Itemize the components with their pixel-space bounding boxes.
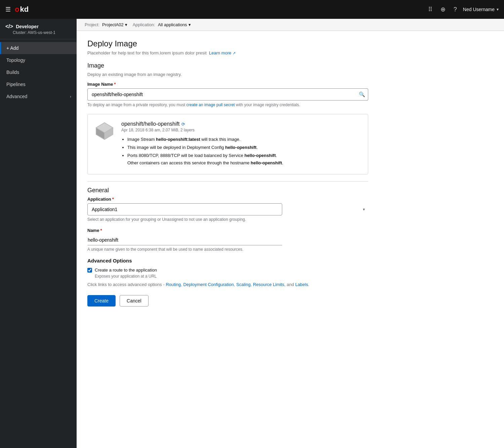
sidebar-item-add[interactable]: + Add <box>0 42 77 54</box>
image-name-group: Image Name * 🔍 To deploy an image from a… <box>87 82 368 107</box>
required-star: * <box>114 82 116 87</box>
project-selector[interactable]: ProjectA02 ▾ <box>102 22 127 27</box>
sub-header: Project: ProjectA02 ▾ Application: All a… <box>77 19 504 31</box>
labels-link[interactable]: Labels <box>295 282 308 287</box>
image-cube-icon <box>94 121 115 141</box>
list-item: Image Stream hello-openshift:latest will… <box>127 136 283 143</box>
routing-link[interactable]: Routing <box>166 282 181 287</box>
learn-more-link[interactable]: Learn more ↗ <box>209 50 236 55</box>
sidebar-item-builds[interactable]: Builds <box>0 66 77 78</box>
create-button[interactable]: Create <box>87 295 116 307</box>
select-chevron-icon: ▾ <box>363 207 365 212</box>
scaling-link[interactable]: Scaling <box>236 282 251 287</box>
sidebar-context: </> Developer Cluster: AWS-us-west-1 <box>0 19 77 39</box>
image-search-button[interactable]: 🔍 <box>356 88 368 100</box>
deployment-config-link[interactable]: Deployment Configuration <box>183 282 234 287</box>
application-select-wrapper: Application1 Unassigned ▾ <box>87 203 368 215</box>
image-info-title: openshift/hello-openshift ⟳ <box>121 121 283 127</box>
advanced-options-title: Advanced Options <box>87 258 368 263</box>
create-pull-secret-link[interactable]: create an image pull secret <box>186 103 236 107</box>
advanced-links: Click links to access advanced options -… <box>87 282 368 287</box>
name-input-help: A unique name given to the component tha… <box>87 247 368 252</box>
user-name: Ned Username <box>463 7 495 12</box>
logo: o kd <box>15 5 29 14</box>
logo-o: o <box>15 5 19 14</box>
page-subtitle: Placeholder for help text for this form.… <box>87 50 368 55</box>
add-icon[interactable]: ⊕ <box>438 4 448 15</box>
sidebar: </> Developer Cluster: AWS-us-west-1 + A… <box>0 19 77 448</box>
grid-icon[interactable]: ⠿ <box>426 4 434 15</box>
project-label: Project: <box>85 22 99 27</box>
image-sync-icon: ⟳ <box>181 122 185 127</box>
create-route-checkbox-row: Create a route to the application <box>87 268 368 273</box>
app-select-help: Select an application for your grouping … <box>87 217 368 222</box>
image-info: openshift/hello-openshift ⟳ Apr 18, 2018… <box>121 121 283 167</box>
image-section-desc: Deploy an existing image from an image r… <box>87 72 368 77</box>
main-layout: </> Developer Cluster: AWS-us-west-1 + A… <box>0 19 504 448</box>
action-row: Create Cancel <box>87 295 368 307</box>
app-selector[interactable]: All applications ▾ <box>158 22 191 27</box>
create-route-checkbox[interactable] <box>87 268 92 273</box>
user-chevron-icon: ▾ <box>497 7 499 12</box>
external-link-icon: ↗ <box>233 51 236 55</box>
general-section-title: General <box>87 187 368 194</box>
search-icon: 🔍 <box>359 91 365 97</box>
create-route-help: Exposes your application at a URL <box>95 274 368 279</box>
logo-kd: kd <box>20 5 29 14</box>
app-chevron-icon: ▾ <box>188 22 191 27</box>
divider <box>87 181 368 181</box>
list-item: This image will be deployed in Deploymen… <box>127 144 283 151</box>
image-info-meta: Apr 18, 2018 6:38 am, 2.07 MiB, 2 layers <box>121 128 283 132</box>
sidebar-context-title: </> Developer <box>5 24 71 30</box>
content-area: Project: ProjectA02 ▾ Application: All a… <box>77 19 504 448</box>
application-group: Application * Application1 Unassigned ▾ … <box>87 197 368 222</box>
general-section: General Application * Application1 Unass… <box>87 187 368 307</box>
image-name-label: Image Name * <box>87 82 368 87</box>
advanced-options: Advanced Options Create a route to the a… <box>87 258 368 287</box>
image-info-list: Image Stream hello-openshift:latest will… <box>121 136 283 167</box>
name-group: Name * A unique name given to the compon… <box>87 228 368 252</box>
image-name-input[interactable] <box>87 88 356 100</box>
name-input[interactable] <box>87 235 282 245</box>
image-name-row: 🔍 <box>87 88 368 100</box>
sidebar-cluster: Cluster: AWS-us-west-1 <box>5 30 71 35</box>
image-section-title: Image <box>87 62 368 69</box>
image-preview: openshift/hello-openshift ⟳ Apr 18, 2018… <box>87 114 368 174</box>
app-label: Application: <box>133 22 155 27</box>
hamburger-icon[interactable]: ☰ <box>5 6 11 13</box>
page-title: Deploy Image <box>87 39 368 48</box>
advanced-chevron-icon: › <box>70 94 71 98</box>
sidebar-nav: + Add Topology Builds Pipelines Advanced… <box>0 39 77 105</box>
help-icon[interactable]: ? <box>452 4 459 15</box>
app-required-star: * <box>112 197 114 202</box>
application-label: Application * <box>87 197 368 202</box>
developer-icon: </> <box>5 24 13 30</box>
sidebar-item-advanced[interactable]: Advanced › <box>0 90 77 103</box>
cancel-button[interactable]: Cancel <box>120 295 149 307</box>
topnav: ☰ o kd ⠿ ⊕ ? Ned Username ▾ <box>0 0 504 19</box>
main-content: Deploy Image Placeholder for help text f… <box>77 31 379 315</box>
private-repo-note: To deploy an image from a private reposi… <box>87 103 368 107</box>
project-chevron-icon: ▾ <box>125 22 127 27</box>
sidebar-item-topology[interactable]: Topology <box>0 54 77 66</box>
sidebar-item-pipelines[interactable]: Pipelines <box>0 78 77 90</box>
list-item: Ports 8080/TCP, 8888/TCP will be load ba… <box>127 152 283 167</box>
name-required-star: * <box>100 228 102 233</box>
resource-limits-link[interactable]: Resource Limits <box>253 282 284 287</box>
create-route-label[interactable]: Create a route to the application <box>95 268 157 273</box>
application-select[interactable]: Application1 Unassigned <box>87 203 282 215</box>
user-menu[interactable]: Ned Username ▾ <box>463 7 499 12</box>
name-label: Name * <box>87 228 368 233</box>
